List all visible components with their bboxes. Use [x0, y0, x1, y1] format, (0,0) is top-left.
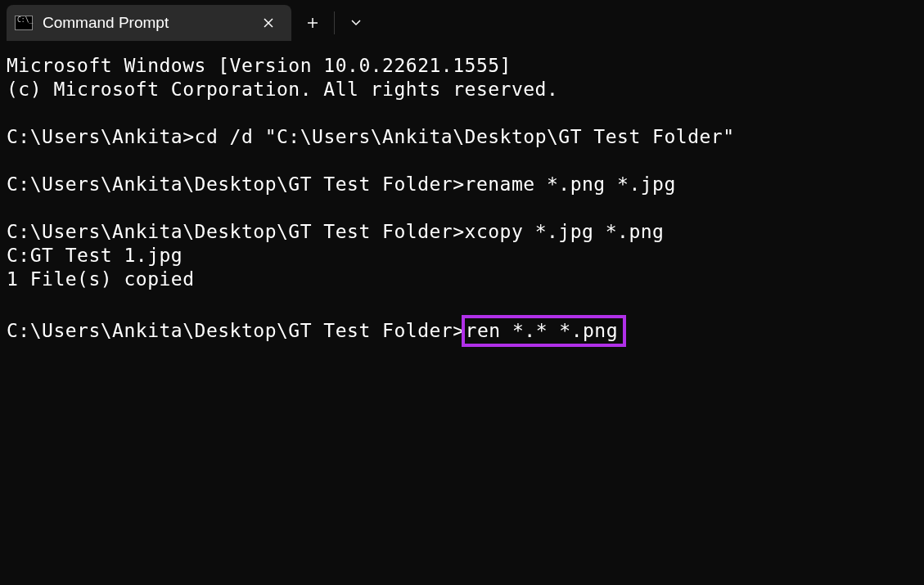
command: cd /d "C:\Users\Ankita\Desktop\GT Test F… — [195, 126, 735, 147]
tab-command-prompt[interactable]: C:\_ Command Prompt — [7, 5, 291, 41]
titlebar: C:\_ Command Prompt — [0, 0, 924, 46]
prompt: C:\Users\Ankita\Desktop\GT Test Folder> — [7, 221, 465, 242]
command: ren *.* *.png — [466, 320, 619, 341]
version-line: Microsoft Windows [Version 10.0.22621.15… — [7, 55, 512, 76]
copyright-line: (c) Microsoft Corporation. All rights re… — [7, 79, 558, 100]
terminal-output[interactable]: Microsoft Windows [Version 10.0.22621.15… — [0, 46, 924, 355]
highlighted-command: ren *.* *.png — [462, 315, 627, 347]
output-line: 1 File(s) copied — [7, 268, 195, 290]
tab-dropdown-button[interactable] — [335, 5, 377, 41]
prompt: C:\Users\Ankita\Desktop\GT Test Folder> — [7, 173, 465, 195]
command: xcopy *.jpg *.png — [465, 221, 665, 242]
output-line: C:GT Test 1.jpg — [7, 245, 183, 266]
terminal-icon: C:\_ — [15, 16, 33, 30]
prompt: C:\Users\Ankita\Desktop\GT Test Folder> — [7, 320, 465, 341]
prompt: C:\Users\Ankita> — [7, 126, 195, 147]
tab-title: Command Prompt — [43, 14, 247, 32]
close-tab-button[interactable] — [257, 11, 280, 34]
command: rename *.png *.jpg — [465, 173, 676, 195]
new-tab-button[interactable] — [291, 5, 334, 41]
